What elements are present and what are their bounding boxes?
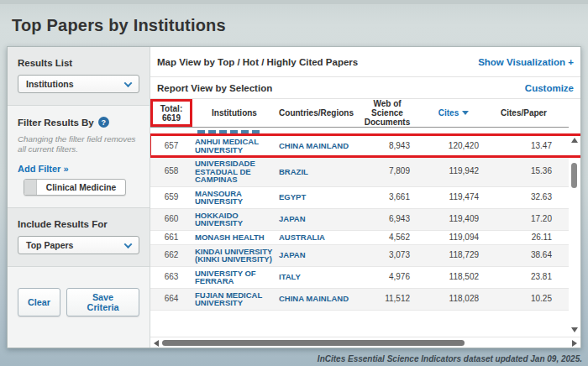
row-institution[interactable]: ANHUI MEDICAL UNIVERSITY	[192, 135, 276, 156]
active-filter-chip[interactable]: Clinical Medicine	[24, 179, 126, 196]
map-view-bar: Map View by Top / Hot / Highly Cited Pap…	[150, 47, 580, 77]
row-cites-per-paper: 13.47	[489, 139, 559, 153]
row-cites: 119,942	[418, 165, 489, 178]
include-results-section: Include Results For Top Papers	[8, 208, 150, 267]
report-view-title: Report View by Selection	[157, 83, 272, 93]
column-header-countries: Countries/Regions	[276, 99, 356, 127]
row-country: EGYPT	[276, 191, 356, 204]
row-institution[interactable]: MONASH HEALTH	[192, 231, 276, 244]
sidebar: Results List Institutions Filter Results…	[8, 47, 150, 348]
scroll-right-icon[interactable]	[572, 340, 577, 347]
show-visualization-link[interactable]: Show Visualization +	[478, 57, 574, 67]
table-row[interactable]: 664 FUJIAN MEDICAL UNIVERSITY CHINA MAIN…	[150, 289, 569, 311]
horizontal-scrollbar[interactable]	[150, 337, 580, 348]
row-cites-per-paper: 17.20	[489, 212, 559, 226]
horizontal-scroll-thumb[interactable]	[162, 340, 465, 346]
row-country: CHINA MAINLAND	[276, 292, 356, 306]
filter-chip-handle-icon	[24, 180, 37, 195]
content-panel: Results List Institutions Filter Results…	[7, 46, 581, 348]
map-view-title: Map View by Top / Hot / Highly Cited Pap…	[157, 57, 358, 67]
row-rank: 660	[150, 212, 192, 226]
include-results-value: Top Papers	[26, 240, 73, 250]
row-institution[interactable]: FUJIAN MEDICAL UNIVERSITY	[192, 289, 276, 310]
results-list-value: Institutions	[26, 79, 74, 89]
row-cites: 118,502	[418, 270, 489, 284]
save-criteria-button[interactable]: Save Criteria	[66, 288, 139, 316]
row-rank: 658	[150, 165, 192, 178]
table-body-wrap: 657 ANHUI MEDICAL UNIVERSITY CHINA MAINL…	[150, 128, 580, 337]
filter-section: Filter Results By ? Changing the filter …	[8, 106, 150, 208]
column-header-cites-paper: Cites/Paper	[489, 99, 559, 127]
row-cites: 118,028	[418, 292, 489, 306]
total-count-cell: Total: 6619	[150, 99, 192, 127]
table-row[interactable]: 659 MANSOURA UNIVERSITY EGYPT 3,661 119,…	[150, 187, 569, 209]
row-wos-documents: 7,809	[356, 165, 418, 178]
row-institution[interactable]: UNIVERSIDADE ESTADUAL DE CAMPINAS	[192, 157, 276, 186]
row-wos-documents: 3,073	[356, 248, 418, 262]
table-row[interactable]: 663 UNIVERSITY OF FERRARA ITALY 4,976 11…	[150, 267, 569, 289]
table-header: Total: 6619 Institutions Countries/Regio…	[150, 99, 569, 128]
row-cites: 118,729	[418, 248, 489, 262]
total-value: 6619	[162, 113, 181, 123]
page: Top Papers by Institutions Results List …	[0, 0, 588, 366]
clipped-previous-row	[150, 128, 569, 135]
row-wos-documents: 4,976	[356, 270, 418, 284]
table-row[interactable]: 660 HOKKAIDO UNIVERSITY JAPAN 6,943 119,…	[150, 209, 569, 231]
row-rank: 662	[150, 248, 192, 262]
filter-chip-label: Clinical Medicine	[37, 180, 125, 195]
main-content: Map View by Top / Hot / Highly Cited Pap…	[150, 47, 580, 348]
row-rank: 661	[150, 231, 192, 244]
row-cites: 119,474	[418, 191, 489, 204]
help-icon[interactable]: ?	[98, 117, 109, 128]
table-body: 657 ANHUI MEDICAL UNIVERSITY CHINA MAINL…	[150, 135, 569, 311]
row-cites-per-paper: 15.36	[489, 165, 559, 178]
page-title: Top Papers by Institutions	[0, 5, 588, 43]
vertical-scroll-thumb[interactable]	[571, 163, 577, 188]
row-wos-documents: 11,512	[356, 292, 418, 306]
include-results-label: Include Results For	[18, 219, 139, 229]
table-row[interactable]: 661 MONASH HEALTH AUSTRALIA 4,562 119,09…	[150, 231, 569, 245]
column-header-documents: Web of Science Documents	[356, 99, 418, 127]
table-row[interactable]: 657 ANHUI MEDICAL UNIVERSITY CHINA MAINL…	[150, 135, 569, 157]
vertical-scrollbar[interactable]	[570, 128, 580, 337]
scroll-left-icon[interactable]	[154, 340, 159, 347]
scroll-up-icon[interactable]	[571, 138, 578, 143]
include-results-dropdown[interactable]: Top Papers	[18, 236, 139, 254]
scroll-down-icon[interactable]	[571, 327, 578, 332]
row-wos-documents: 3,661	[356, 191, 418, 204]
row-country: AUSTRALIA	[276, 231, 356, 244]
add-filter-link[interactable]: Add Filter »	[18, 164, 69, 174]
results-list-label: Results List	[18, 58, 139, 68]
row-cites: 119,409	[418, 212, 489, 226]
row-cites-per-paper: 32.63	[489, 191, 559, 204]
row-rank: 659	[150, 191, 192, 204]
actions-section: Clear Save Criteria	[8, 267, 150, 348]
chevron-down-icon	[124, 240, 133, 248]
column-header-cites[interactable]: Cites	[418, 99, 489, 127]
sort-descending-icon	[462, 111, 469, 115]
row-rank: 664	[150, 292, 192, 306]
row-institution[interactable]: UNIVERSITY OF FERRARA	[192, 267, 276, 288]
row-institution[interactable]: MANSOURA UNIVERSITY	[192, 187, 276, 208]
row-cites: 120,420	[418, 139, 489, 153]
results-list-dropdown[interactable]: Institutions	[18, 75, 139, 93]
row-cites-per-paper: 23.81	[489, 270, 559, 284]
row-cites-per-paper: 38.64	[489, 248, 559, 262]
total-label: Total:	[160, 104, 182, 113]
row-country: JAPAN	[276, 212, 356, 226]
customize-link[interactable]: Customize	[525, 83, 574, 93]
row-institution[interactable]: KINDAI UNIVERSITY (KINKI UNIVERSITY)	[192, 245, 276, 266]
row-wos-documents: 4,562	[356, 231, 418, 244]
row-cites: 119,094	[418, 231, 489, 244]
row-cites-per-paper: 10.25	[489, 292, 559, 306]
column-header-institutions: Institutions	[192, 99, 276, 127]
filter-note: Changing the filter field removes all cu…	[18, 134, 139, 154]
row-country: CHINA MAINLAND	[276, 139, 356, 153]
row-wos-documents: 8,943	[356, 139, 418, 153]
clear-button[interactable]: Clear	[18, 288, 60, 316]
chevron-down-icon	[124, 79, 133, 87]
row-country: ITALY	[276, 270, 356, 284]
row-institution[interactable]: HOKKAIDO UNIVERSITY	[192, 209, 276, 230]
table-row[interactable]: 662 KINDAI UNIVERSITY (KINKI UNIVERSITY)…	[150, 245, 569, 267]
table-row[interactable]: 658 UNIVERSIDADE ESTADUAL DE CAMPINAS BR…	[150, 157, 569, 187]
